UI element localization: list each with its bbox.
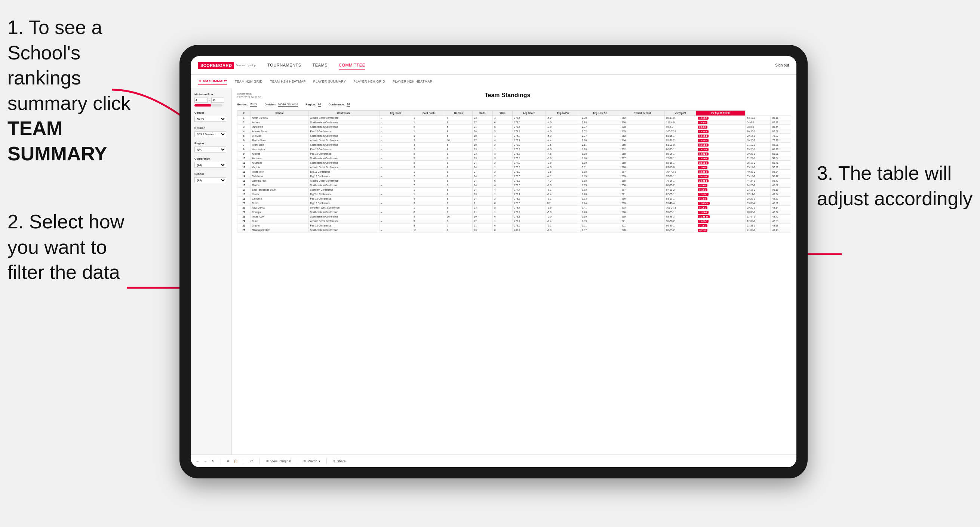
table-row: 3VanderbiltSoutheastern Conference–25216… <box>237 124 791 129</box>
filter-pill-gender-value: Men's <box>250 102 257 106</box>
table-cell: 48.42 <box>771 214 791 219</box>
table-cell: 3-19-1 <box>696 223 745 228</box>
table-row: 18IllinoisBig Ten Conference–18231279.1-… <box>237 192 791 196</box>
table-cell: Southeastern Conference <box>309 156 379 160</box>
table-cell: – <box>379 116 412 120</box>
table-cell: -3.6 <box>546 156 580 160</box>
table-cell: 80.54 <box>771 124 791 129</box>
filter-min-round-from[interactable] <box>194 98 207 103</box>
sign-out-button[interactable]: Sign out <box>775 63 789 67</box>
table-cell: 24-25-2 <box>745 183 771 187</box>
table-row: 5Ole MissSoutheastern Conference–3618127… <box>237 133 791 138</box>
table-cell: 1.98 <box>580 147 620 151</box>
table-cell: 6 <box>445 143 472 147</box>
table-cell: 4 <box>493 138 512 143</box>
table-cell: 6 <box>493 120 512 124</box>
standings-title: Team Standings <box>261 92 754 99</box>
col-conference: Conference <box>309 110 379 116</box>
subnav-player-summary[interactable]: PLAYER SUMMARY <box>313 78 346 85</box>
nav-item-committee[interactable]: COMMITTEE <box>339 61 365 70</box>
table-cell: 83-15-0 <box>664 165 696 169</box>
table-cell: 8 <box>445 165 472 169</box>
table-cell: 262 <box>620 116 664 120</box>
toolbar-paste[interactable]: 📋 <box>234 459 238 463</box>
toolbar-sep-5 <box>326 458 327 464</box>
table-cell: 23-18-2 <box>745 187 771 192</box>
table-row: 19CaliforniaPac-12 Conference–48242278.2… <box>237 196 791 201</box>
table-cell: Atlantic Coast Conference <box>309 165 379 169</box>
table-cell: 58.34 <box>771 169 791 174</box>
table-cell: Auburn <box>250 120 309 124</box>
filter-conference-select[interactable]: (All) ACC SEC <box>194 162 226 168</box>
table-cell: 1.39 <box>580 219 620 223</box>
table-cell: -4.4 <box>546 138 580 143</box>
table-cell: 97-21-1 <box>664 174 696 178</box>
filter-group-school: School (All) <box>194 172 228 183</box>
tablet-screen: SCOREBOARD Powered by clippi TOURNAMENTS… <box>191 56 796 467</box>
table-cell: 1.55 <box>580 187 620 192</box>
table-cell: -1.4 <box>546 192 580 196</box>
subnav-team-h2h-grid[interactable]: TEAM H2H GRID <box>235 78 262 85</box>
table-cell: 29-20-1 <box>745 205 771 210</box>
table-cell: Duke <box>250 219 309 223</box>
table-cell: 4 <box>412 178 445 183</box>
table-cell: 63-17-0 <box>745 116 771 120</box>
table-cell: -5.1 <box>546 196 580 201</box>
table-row: 22GeorgiaSoutheastern Conference–8721127… <box>237 210 791 214</box>
table-cell: 13-24-1 <box>696 156 745 160</box>
table-cell: 88-17-0 <box>664 116 696 120</box>
standings-table: # School Conference Avg. Rank Conf Rank … <box>237 110 791 232</box>
toolbar-refresh[interactable]: ↻ <box>212 459 215 463</box>
filter-region-select[interactable]: N/A All <box>194 146 226 152</box>
table-cell: 273.6 <box>512 124 546 129</box>
table-row: 17East Tennessee StateSouthern Conferenc… <box>237 187 791 192</box>
table-cell: Pac-12 Conference <box>309 147 379 151</box>
table-cell: 1.44 <box>580 201 620 205</box>
table-cell: 59-41-4 <box>664 201 696 205</box>
table-cell: 20-39-1 <box>745 210 771 214</box>
toolbar-watch[interactable]: 👁 Watch ▾ <box>303 459 320 463</box>
filter-division-select[interactable]: NCAA Division I NCAA Division II NCAA Di… <box>194 131 226 137</box>
table-cell: Southeastern Conference <box>309 228 379 232</box>
table-cell: Southern Conference <box>309 187 379 192</box>
col-avg-rank: Avg. Rank <box>379 110 412 116</box>
table-cell: 1 <box>412 192 445 196</box>
table-cell: 278.7 <box>512 205 546 210</box>
table-cell: 8 <box>445 160 472 165</box>
nav-item-tournaments[interactable]: TOURNAMENTS <box>267 61 301 70</box>
table-cell: 83-25-1 <box>664 196 696 201</box>
toolbar-copy[interactable]: ⧉ <box>227 459 229 463</box>
toolbar-share[interactable]: ⇧ Share <box>333 459 346 463</box>
subnav-team-summary[interactable]: TEAM SUMMARY <box>198 78 228 85</box>
subnav-player-h2h-heatmap[interactable]: PLAYER H2H HEATMAP <box>393 78 432 85</box>
filter-group-gender: Gender Men's Women's <box>194 111 228 122</box>
table-cell: 3 <box>412 201 445 205</box>
col-conf-rank: Conf Rank <box>412 110 445 116</box>
table-cell: Arizona <box>250 151 309 156</box>
subnav-team-h2h-heatmap[interactable]: TEAM H2H HEATMAP <box>270 78 306 85</box>
toolbar-redo[interactable]: → <box>204 459 207 463</box>
toolbar-clock[interactable]: ⏱ <box>250 459 253 463</box>
toolbar-undo[interactable]: ← <box>196 459 199 463</box>
table-cell: -1.8 <box>546 228 580 232</box>
filter-pill-gender: Gender: Men's <box>237 102 257 106</box>
table-cell: 7 <box>472 201 492 205</box>
table-cell: 1 <box>493 133 512 138</box>
table-cell: 279.9 <box>512 143 546 147</box>
filter-pill-conference-value: All <box>347 102 350 106</box>
toolbar-view-original[interactable]: 👁 View: Original <box>266 459 291 463</box>
nav-item-teams[interactable]: TEAMS <box>313 61 328 70</box>
table-cell: – <box>379 219 412 223</box>
filter-gender-select[interactable]: Men's Women's <box>194 116 226 122</box>
filter-school-select[interactable]: (All) <box>194 177 226 183</box>
filter-min-round-to[interactable] <box>211 98 224 103</box>
subnav-player-h2h-grid[interactable]: PLAYER H2H GRID <box>353 78 385 85</box>
table-cell: 39-20-1 <box>745 147 771 151</box>
table-cell: 9 <box>445 183 472 187</box>
table-cell: 276.0 <box>512 169 546 174</box>
table-cell: 15 <box>237 178 250 183</box>
table-row: 9ArizonaPac-12 Conference–28233276.3-4.6… <box>237 151 791 156</box>
table-cell: 39-23-1 <box>745 151 771 156</box>
table-cell: 7 <box>445 223 472 228</box>
table-cell: 288 <box>620 165 664 169</box>
